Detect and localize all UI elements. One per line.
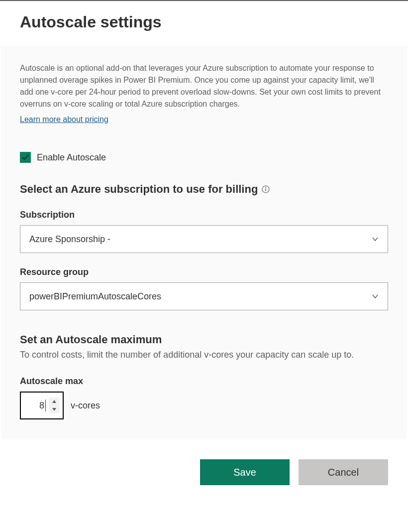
info-icon[interactable] xyxy=(262,185,270,193)
billing-title-text: Select an Azure subscription to use for … xyxy=(20,183,258,196)
spinner-down-button[interactable] xyxy=(49,405,60,413)
content-panel: Autoscale is an optional add-on that lev… xyxy=(1,46,407,439)
chevron-down-icon xyxy=(372,236,379,243)
enable-autoscale-label: Enable Autoscale xyxy=(37,152,106,163)
resource-group-value: powerBIPremiumAutoscaleCores xyxy=(29,291,161,302)
billing-section-title: Select an Azure subscription to use for … xyxy=(20,183,388,196)
enable-autoscale-row: Enable Autoscale xyxy=(20,152,388,163)
dialog-footer: Save Cancel xyxy=(0,439,408,485)
resource-group-select[interactable]: powerBIPremiumAutoscaleCores xyxy=(20,282,388,310)
subscription-value: Azure Sponsorship - xyxy=(29,234,110,245)
pricing-link[interactable]: Learn more about pricing xyxy=(20,115,108,124)
subscription-label: Subscription xyxy=(20,210,388,220)
spinner-buttons xyxy=(49,398,60,413)
autoscale-max-row: 8 v-cores xyxy=(20,392,388,419)
chevron-down-icon xyxy=(372,293,379,300)
description-text: Autoscale is an optional add-on that lev… xyxy=(20,62,388,110)
save-button[interactable]: Save xyxy=(200,459,290,485)
spinner-up-button[interactable] xyxy=(49,398,60,405)
subscription-select[interactable]: Azure Sponsorship - xyxy=(20,225,388,253)
autoscale-max-value: 8 xyxy=(28,399,46,411)
max-section-subtitle: To control costs, limit the number of ad… xyxy=(20,348,388,361)
autoscale-max-label: Autoscale max xyxy=(20,376,388,387)
subscription-field: Subscription Azure Sponsorship - xyxy=(20,210,388,253)
max-section-title: Set an Autoscale maximum xyxy=(20,333,388,346)
svg-rect-2 xyxy=(266,189,266,191)
triangle-down-icon xyxy=(52,408,56,411)
checkmark-icon xyxy=(21,153,29,161)
resource-group-field: Resource group powerBIPremiumAutoscaleCo… xyxy=(20,267,388,310)
cancel-button[interactable]: Cancel xyxy=(299,459,388,485)
page-title: Autoscale settings xyxy=(20,13,388,31)
autoscale-max-input[interactable]: 8 xyxy=(20,392,64,419)
resource-group-label: Resource group xyxy=(20,267,388,277)
dialog-header: Autoscale settings xyxy=(0,1,408,46)
triangle-up-icon xyxy=(52,400,56,403)
vcores-unit-label: v-cores xyxy=(71,400,100,411)
svg-point-1 xyxy=(265,187,266,188)
enable-autoscale-checkbox[interactable] xyxy=(20,152,31,163)
